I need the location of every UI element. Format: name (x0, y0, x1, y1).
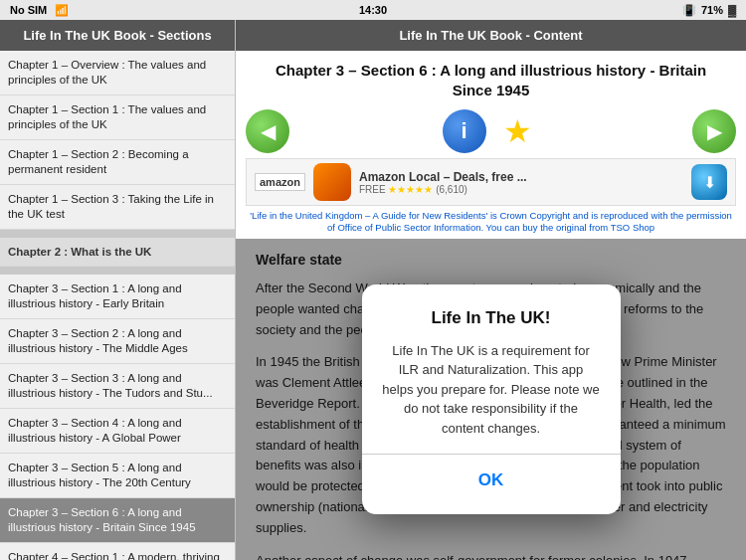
sidebar-header: Life In The UK Book - Sections (0, 20, 235, 51)
ad-stars: ★★★★★ (388, 184, 433, 195)
ad-text: Amazon Local – Deals, free ... FREE ★★★★… (359, 170, 683, 195)
status-bar: No SIM 📶 14:30 📳 71% ▓ (0, 0, 746, 20)
sidebar-item-ch1-overview[interactable]: Chapter 1 – Overview : The values and pr… (0, 51, 235, 95)
content-title: Chapter 3 – Section 6 : A long and illus… (236, 51, 746, 104)
ad-download-button[interactable]: ⬇ (691, 164, 727, 200)
sidebar-item-ch3-s6[interactable]: Chapter 3 – Section 6 : A long and illus… (0, 498, 235, 543)
modal-title: Life In The UK! (382, 304, 601, 331)
ad-free-label: FREE (359, 184, 386, 195)
download-icon: ⬇ (703, 173, 716, 192)
sidebar: Life In The UK Book - Sections Chapter 1… (0, 20, 236, 560)
sidebar-divider-1 (0, 230, 235, 238)
modal-divider (362, 454, 621, 455)
nav-icons: i ★ (443, 109, 540, 153)
sidebar-item-ch1-s3[interactable]: Chapter 1 – Section 3 : Taking the Life … (0, 185, 235, 230)
amazon-logo: amazon (255, 173, 305, 191)
nav-bar: ◀ i ★ ▶ (236, 104, 746, 158)
ad-subtitle: FREE ★★★★★ (6,610) (359, 184, 683, 195)
ad-banner[interactable]: amazon Amazon Local – Deals, free ... FR… (246, 158, 736, 206)
info-icon: i (461, 118, 466, 144)
sidebar-item-ch2[interactable]: Chapter 2 : What is the UK (0, 238, 235, 268)
bookmark-button[interactable]: ★ (496, 109, 540, 153)
ad-app-icon (313, 163, 351, 201)
modal-ok-button[interactable]: OK (382, 467, 601, 494)
ad-title: Amazon Local – Deals, free ... (359, 170, 683, 184)
wifi-icon: 📶 (55, 4, 69, 17)
carrier-label: No SIM (10, 4, 47, 16)
copyright-notice: 'Life in the United Kingdom – A Guide fo… (236, 206, 746, 239)
content-area: Life In The UK Book - Content Chapter 3 … (236, 20, 746, 560)
info-button[interactable]: i (443, 109, 486, 153)
sidebar-item-ch3-s4[interactable]: Chapter 3 – Section 4 : A long and illus… (0, 409, 235, 454)
sidebar-item-ch1-s2[interactable]: Chapter 1 – Section 2 : Becoming a perma… (0, 140, 235, 185)
sidebar-divider-2 (0, 267, 235, 275)
content-header: Life In The UK Book - Content (236, 20, 746, 51)
sidebar-item-ch1-s1[interactable]: Chapter 1 – Section 1 : The values and p… (0, 95, 235, 140)
time-label: 14:30 (359, 4, 387, 16)
content-body: Welfare state After the Second World War… (236, 239, 746, 560)
sidebar-item-ch3-s2[interactable]: Chapter 3 – Section 2 : A long and illus… (0, 319, 235, 364)
modal-overlay: Life In The UK! Life In The UK is a requ… (236, 239, 746, 560)
battery-icon: ▓ (728, 4, 736, 16)
ad-rating-count: (6,610) (436, 184, 467, 195)
forward-button[interactable]: ▶ (692, 109, 736, 153)
back-button[interactable]: ◀ (246, 109, 289, 153)
sidebar-item-ch3-s3[interactable]: Chapter 3 – Section 3 : A long and illus… (0, 364, 235, 409)
sidebar-item-ch4-s1[interactable]: Chapter 4 – Section 1 : A modern, thrivi… (0, 543, 235, 560)
main-layout: Life In The UK Book - Sections Chapter 1… (0, 20, 746, 560)
battery-label: 71% (701, 4, 723, 16)
modal-dialog: Life In The UK! Life In The UK is a requ… (362, 284, 621, 515)
star-icon: ★ (503, 112, 532, 150)
sidebar-item-ch3-s1[interactable]: Chapter 3 – Section 1 : A long and illus… (0, 275, 235, 319)
sidebar-item-ch3-s5[interactable]: Chapter 3 – Section 5 : A long and illus… (0, 454, 235, 498)
bluetooth-icon: 📳 (682, 4, 696, 17)
modal-message: Life In The UK is a requirement for ILR … (382, 341, 601, 439)
